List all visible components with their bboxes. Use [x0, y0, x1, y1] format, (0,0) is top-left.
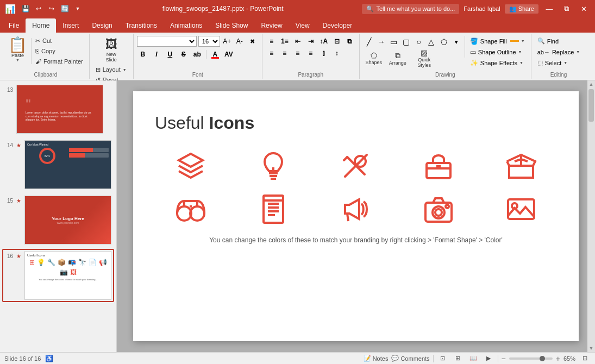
slide-show-button[interactable]: ▶: [483, 354, 494, 363]
icon-bulb[interactable]: [237, 149, 309, 182]
comments-button[interactable]: 💬 Comments: [391, 355, 429, 362]
restore-button[interactable]: 🔄: [59, 3, 71, 15]
shape-pentagon[interactable]: ⬠: [438, 36, 450, 48]
quick-styles-button[interactable]: ▨ Quick Styles: [411, 49, 438, 67]
slide-sorter-button[interactable]: ⊞: [452, 354, 464, 363]
select-button[interactable]: ⬚ Select ▼: [535, 58, 583, 68]
bold-button[interactable]: B: [137, 49, 149, 60]
shape-effects-arrow[interactable]: ▼: [519, 61, 523, 65]
smartart-button[interactable]: ⧉: [344, 36, 356, 47]
font-size-select[interactable]: 16: [198, 36, 220, 47]
more-button[interactable]: ▼: [72, 3, 84, 15]
scroll-down-button[interactable]: ▼: [589, 346, 594, 351]
share-button[interactable]: 👥Share: [505, 4, 538, 14]
icon-tools[interactable]: [320, 149, 392, 182]
line-spacing-button[interactable]: ↕: [331, 48, 343, 59]
align-right-button[interactable]: ≡: [292, 48, 304, 59]
increase-indent-button[interactable]: ⇥: [305, 36, 317, 47]
scroll-track-v[interactable]: [587, 87, 595, 346]
replace-arrow[interactable]: ▼: [576, 50, 580, 54]
layout-button[interactable]: ⊞ Layout ▼: [93, 65, 130, 74]
tell-me-box[interactable]: 🔍 Tell me what you want to do...: [362, 4, 459, 14]
shape-outline-arrow[interactable]: ▼: [518, 50, 522, 54]
copy-button[interactable]: ⎘ Copy: [33, 46, 86, 56]
char-spacing-button[interactable]: AV: [223, 49, 235, 60]
align-center-button[interactable]: ≡: [279, 48, 291, 59]
shapes-button[interactable]: ⬠ Shapes: [363, 49, 385, 67]
fit-slide-button[interactable]: ⊡: [579, 354, 591, 363]
scrollbar-vertical[interactable]: ▲ ▼: [587, 80, 595, 352]
select-arrow[interactable]: ▼: [563, 61, 567, 65]
zoom-thumb[interactable]: [540, 356, 545, 361]
save-button[interactable]: 💾: [20, 3, 32, 15]
tab-home[interactable]: Home: [26, 18, 56, 33]
restore-window-button[interactable]: ⧉: [560, 3, 573, 14]
redo-button[interactable]: ↪: [46, 3, 58, 15]
tab-review[interactable]: Review: [254, 18, 289, 33]
new-slide-button[interactable]: 🖼 NewSlide: [97, 36, 126, 64]
icon-binoculars[interactable]: [155, 193, 227, 225]
undo-button[interactable]: ↩: [33, 3, 45, 15]
icon-open-box[interactable]: [485, 149, 557, 182]
slide-thumb-15[interactable]: 15 ★ Your Logo Here www.yoursite.com: [2, 193, 114, 247]
zoom-out-button[interactable]: −: [502, 354, 506, 363]
font-color-button[interactable]: A: [209, 49, 221, 60]
accessibility-button[interactable]: ♿: [45, 355, 53, 362]
zoom-in-button[interactable]: +: [556, 354, 560, 363]
tab-file[interactable]: File: [2, 18, 26, 33]
shape-arrow[interactable]: →: [375, 36, 387, 48]
icon-layers[interactable]: [155, 149, 227, 182]
replace-button[interactable]: ab→ Replace ▼: [535, 47, 583, 57]
cut-button[interactable]: ✂ Cut: [33, 36, 86, 46]
slide-thumb-16[interactable]: 16 ★ Useful Icons ⊞ 💡 🔧 📦 📭 🔭 📄 📢 📷 🖼 Yo…: [2, 249, 114, 302]
shape-triangle[interactable]: △: [425, 36, 437, 48]
arrange-button[interactable]: ⧉ Arrange: [387, 49, 409, 67]
tab-view[interactable]: View: [289, 18, 316, 33]
scroll-thumb-v[interactable]: [588, 89, 594, 122]
clear-format-button[interactable]: ✖: [247, 36, 259, 47]
align-text-button[interactable]: ⊡: [331, 36, 343, 47]
shape-round-rect[interactable]: ▢: [400, 36, 412, 48]
strikethrough-button[interactable]: S: [178, 49, 190, 60]
icon-toolbox[interactable]: [403, 149, 474, 182]
slide-thumb-13[interactable]: 13 " Lorem ipsum dolor sit amet, facilis…: [2, 83, 114, 136]
minimize-button[interactable]: —: [543, 3, 556, 14]
shadow-button[interactable]: ab: [191, 49, 203, 60]
increase-font-button[interactable]: A+: [222, 36, 233, 47]
icon-document[interactable]: [237, 193, 309, 225]
shape-effects-button[interactable]: ✨ Shape Effects ▼: [467, 58, 528, 68]
paste-button[interactable]: 📋 Paste ▼: [5, 36, 30, 66]
zoom-slider[interactable]: [509, 357, 553, 360]
tab-developer[interactable]: Developer: [316, 18, 359, 33]
tab-transitions[interactable]: Transitions: [119, 18, 164, 33]
close-button[interactable]: ✕: [578, 3, 591, 14]
tab-insert[interactable]: Insert: [56, 18, 85, 33]
align-left-button[interactable]: ≡: [266, 48, 278, 59]
icon-image[interactable]: [485, 193, 557, 225]
font-name-select[interactable]: [137, 36, 197, 47]
shape-ellipse[interactable]: ○: [413, 36, 425, 48]
tab-animations[interactable]: Animations: [164, 18, 209, 33]
scroll-up-button[interactable]: ▲: [589, 81, 594, 87]
decrease-indent-button[interactable]: ⇤: [292, 36, 304, 47]
justify-button[interactable]: ≡: [305, 48, 317, 59]
bullets-button[interactable]: ≡: [266, 36, 278, 47]
normal-view-button[interactable]: ⊡: [437, 354, 449, 363]
columns-button[interactable]: ⫿: [318, 48, 330, 59]
find-button[interactable]: 🔍 Find: [535, 36, 583, 46]
format-painter-button[interactable]: 🖌 Format Painter: [33, 57, 86, 66]
icon-megaphone[interactable]: [320, 193, 392, 225]
underline-button[interactable]: U: [164, 49, 176, 60]
shape-outline-button[interactable]: ▭ Shape Outline ▼: [467, 47, 528, 57]
shape-fill-button[interactable]: 🪣 Shape Fill ▼: [467, 36, 528, 46]
reading-view-button[interactable]: 📖: [467, 354, 479, 363]
icon-camera[interactable]: [403, 193, 474, 225]
slide-thumb-14[interactable]: 14 ★ Our Most Wanted 82%: [2, 138, 114, 191]
text-direction-button[interactable]: ↕A: [318, 36, 330, 47]
shape-fill-arrow[interactable]: ▼: [521, 39, 525, 43]
shape-rect[interactable]: ▭: [388, 36, 400, 48]
shape-more[interactable]: ▼: [450, 36, 462, 48]
numbering-button[interactable]: 1≡: [279, 36, 291, 47]
shape-line[interactable]: ╱: [363, 36, 375, 48]
italic-button[interactable]: I: [151, 49, 162, 60]
